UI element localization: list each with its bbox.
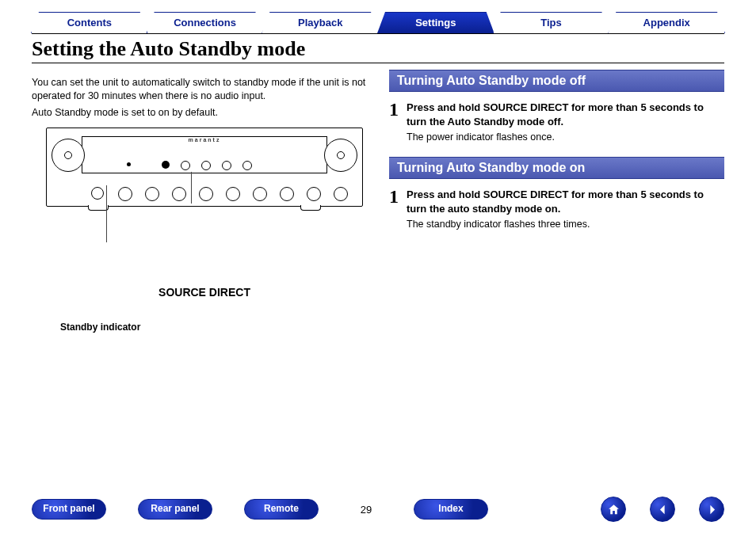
index-button[interactable]: Index [414,499,488,520]
page-title: Setting the Auto Standby mode [32,37,724,61]
standby-indicator-label: Standby indicator [60,322,140,333]
volume-knob-right-gfx [324,139,357,172]
brand-label: marantz [82,137,326,143]
step-on: 1 Press and hold SOURCE DIRECT for more … [389,187,724,230]
step-bold: Press and hold SOURCE DIRECT for more th… [407,188,704,215]
intro-text-1: You can set the unit to automatically sw… [32,76,367,103]
tab-label: Connections [174,17,236,29]
step-off: 1 Press and hold SOURCE DIRECT for more … [389,100,724,143]
standby-indicator-dot [127,162,131,166]
remote-button[interactable]: Remote [244,499,319,520]
source-direct-label: SOURCE DIRECT [46,286,363,299]
pill-label: Remote [264,503,299,514]
page-number: 29 [350,504,382,516]
tab-label: Settings [415,17,456,29]
home-icon[interactable] [601,497,626,522]
volume-knob-left-gfx [52,139,85,172]
tab-label: Tips [540,17,562,29]
step-number: 1 [389,100,399,143]
tab-label: Playback [298,17,342,29]
pill-label: Rear panel [151,503,199,514]
headphone-jack-gfx [91,187,104,200]
left-column: You can set the unit to automatically sw… [32,68,367,244]
tab-settings[interactable]: Settings [377,12,494,33]
rear-panel-button[interactable]: Rear panel [138,499,212,520]
pill-label: Front panel [43,503,94,514]
tab-connections[interactable]: Connections [147,12,264,33]
right-column: Turning Auto Standby mode off 1 Press an… [389,68,724,244]
step-sub: The standby indicator flashes three time… [407,219,724,230]
section-title-on: Turning Auto Standby mode on [389,157,724,179]
step-number: 1 [389,187,399,230]
step-sub: The power indicator flashes once. [407,131,724,143]
intro-text-2: Auto Standby mode is set to on by defaul… [32,106,367,120]
section-title-off: Turning Auto Standby mode off [389,70,724,92]
tab-contents[interactable]: Contents [31,12,148,33]
top-tabs: Contents Connections Playback Settings T… [32,10,724,33]
source-direct-button-gfx [162,161,170,169]
back-icon[interactable] [650,497,675,522]
tab-label: Contents [67,17,112,29]
pill-label: Index [438,503,463,514]
footer: Front panel Rear panel Remote 29 Index [0,497,756,522]
device-diagram: marantz [32,128,367,207]
forward-icon[interactable] [699,497,724,522]
tab-appendix[interactable]: Appendix [608,12,725,33]
tab-tips[interactable]: Tips [493,12,610,33]
tab-playback[interactable]: Playback [262,12,379,33]
tab-label: Appendix [643,17,690,29]
front-panel-button[interactable]: Front panel [32,499,106,520]
step-bold: Press and hold SOURCE DIRECT for more th… [407,101,704,128]
